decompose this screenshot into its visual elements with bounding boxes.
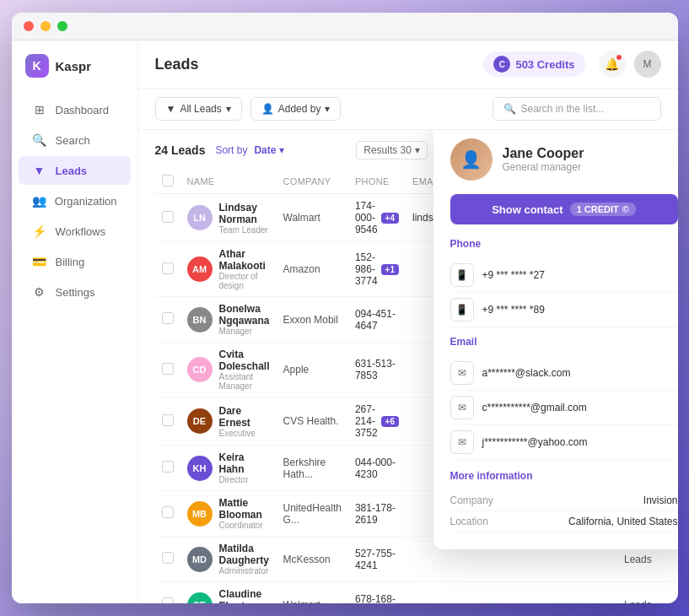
phone-number: 152-986-3774 <box>355 251 378 287</box>
email-section-title: Email <box>450 336 678 348</box>
logo-icon: K <box>25 54 49 78</box>
notification-dot <box>616 54 622 61</box>
phone-number: 267-214-3752 <box>355 403 378 439</box>
phone-number: 678-168-6894 <box>355 593 399 604</box>
name-cell: CD Cvita Doleschall Assistant Manager <box>180 343 277 397</box>
minimize-btn[interactable] <box>40 21 51 31</box>
phone-number: 631-513-7853 <box>355 358 399 381</box>
person-info: Mattie Blooman Coordinator <box>219 497 270 530</box>
sort-button[interactable]: Sort by Date ▾ <box>215 144 284 156</box>
company-cell: UnitedHealth G... <box>277 491 348 537</box>
email-item-1: ✉ a*******@slack.com <box>450 356 678 391</box>
email-item-2: ✉ c***********@gmail.com <box>450 391 678 425</box>
sidebar-item-search[interactable]: 🔍 Search <box>19 126 131 154</box>
table-row[interactable]: CE Claudine Ebert Controller Walmart. 67… <box>155 582 676 604</box>
phone-badge: 094-451-4647 <box>355 308 399 332</box>
sidebar-item-dashboard[interactable]: ⊞ Dashboard <box>19 95 131 124</box>
row-checkbox-cell <box>155 242 180 297</box>
company-cell: Exxon Mobil <box>277 297 348 343</box>
sidebar-item-settings[interactable]: ⚙ Settings <box>19 278 131 306</box>
sidebar-item-workflows-label: Workflows <box>56 225 106 238</box>
person-info: Bonelwa Ngqawana Manager <box>219 303 270 336</box>
row-checkbox[interactable] <box>162 262 174 274</box>
person-name: Lindsay Norman <box>219 202 270 225</box>
row-checkbox[interactable] <box>162 211 174 223</box>
billing-icon: 💳 <box>32 255 47 268</box>
row-checkbox-cell <box>155 297 180 343</box>
toolbar: ▼ All Leads ▾ 👤 Added by ▾ 🔍 Search in t… <box>138 89 678 130</box>
row-checkbox[interactable] <box>162 312 174 324</box>
row-checkbox[interactable] <box>162 597 174 603</box>
person-cell: LN Lindsay Norman Team Leader <box>187 202 270 235</box>
sidebar-item-leads[interactable]: ▼ Leads <box>19 156 131 185</box>
phone-value-1: +9 *** **** *27 <box>482 269 545 281</box>
company-cell: McKesson <box>277 537 348 582</box>
app-window: K Kaspr ⊞ Dashboard 🔍 Search ▼ Leads 👥 O… <box>12 13 678 603</box>
main-layout: K Kaspr ⊞ Dashboard 🔍 Search ▼ Leads 👥 O… <box>12 41 678 603</box>
person-role: Manager <box>219 327 270 336</box>
phone-badge: 527-755-4241 <box>355 548 399 571</box>
settings-icon: ⚙ <box>32 285 47 299</box>
person-cell: CD Cvita Doleschall Assistant Manager <box>187 349 270 391</box>
row-checkbox[interactable] <box>162 552 174 564</box>
email-value-3: j***********@yahoo.com <box>482 436 588 448</box>
location-label: Location <box>450 516 488 527</box>
close-btn[interactable] <box>24 21 34 31</box>
phone-extra-badge: +1 <box>381 264 399 275</box>
user-avatar[interactable]: M <box>634 51 661 78</box>
workflows-icon: ⚡ <box>32 224 47 238</box>
row-checkbox[interactable] <box>162 414 174 426</box>
select-all-checkbox[interactable] <box>162 175 174 186</box>
search-box[interactable]: 🔍 Search in the list... <box>493 97 661 121</box>
all-leads-filter[interactable]: ▼ All Leads ▾ <box>155 97 242 121</box>
name-cell: DE Dare Ernest Executive <box>180 397 277 446</box>
phone-number: 094-451-4647 <box>355 308 399 332</box>
maximize-btn[interactable] <box>57 21 67 31</box>
notification-button[interactable]: 🔔 <box>599 51 626 78</box>
logo: K Kaspr <box>12 54 137 95</box>
sidebar-item-workflows[interactable]: ⚡ Workflows <box>19 217 131 246</box>
person-avatar: CE <box>187 592 213 604</box>
person-info: Cvita Doleschall Assistant Manager <box>219 349 270 391</box>
phone-badge: 267-214-3752 +6 <box>355 403 399 439</box>
person-name: Keira Hahn <box>219 451 270 475</box>
person-avatar: BN <box>187 307 213 332</box>
table-container: 24 Leads Sort by Date ▾ Results 30 ▾ 1 o… <box>138 130 678 603</box>
person-name: Athar Malakooti <box>219 248 270 272</box>
added-by-filter[interactable]: 👤 Added by ▾ <box>250 97 342 121</box>
sidebar-item-organization[interactable]: 👥 Organization <box>19 186 131 215</box>
show-contact-button[interactable]: Show contact 1 CREDIT © <box>450 194 678 224</box>
results-button[interactable]: Results 30 ▾ <box>356 141 428 159</box>
content-area: Leads C 503 Credits 🔔 M ▼ All Leads <box>138 41 678 603</box>
phone-cell: 094-451-4647 <box>348 297 406 343</box>
sidebar-item-billing[interactable]: 💳 Billing <box>19 247 131 276</box>
row-checkbox[interactable] <box>162 461 174 473</box>
contact-popup: 👤 Jane Cooper General manager Show conta… <box>433 130 678 549</box>
sidebar-item-dashboard-label: Dashboard <box>56 104 110 116</box>
person-role: Executive <box>219 429 270 438</box>
leads-count: 24 Leads <box>155 143 206 157</box>
phone-column-header: PHONE <box>348 170 406 194</box>
company-column-header: COMPANY <box>277 170 348 194</box>
row-checkbox-cell <box>155 343 180 397</box>
phone-badge: 678-168-6894 <box>355 593 399 604</box>
dashboard-icon: ⊞ <box>32 103 47 116</box>
select-all-header[interactable] <box>155 170 180 194</box>
phone-badge: 631-513-7853 <box>355 358 399 381</box>
credits-badge[interactable]: C 503 Credits <box>483 51 584 77</box>
person-info: Lindsay Norman Team Leader <box>219 202 270 235</box>
added-by-label: Added by <box>278 103 321 115</box>
row-checkbox-cell <box>155 446 180 491</box>
page-title: Leads <box>155 56 471 73</box>
credit-cost-badge: 1 CREDIT © <box>570 203 636 216</box>
location-info-row: Location California, United States <box>450 511 678 532</box>
row-checkbox[interactable] <box>162 363 174 375</box>
phone-icon-1: 📱 <box>450 263 474 287</box>
person-cell: AM Athar Malakooti Director of design <box>187 248 270 290</box>
row-checkbox[interactable] <box>162 506 174 518</box>
name-cell: KH Keira Hahn Director <box>180 446 277 491</box>
company-cell: Amazon <box>277 242 348 297</box>
name-column-header: NAME <box>180 170 277 194</box>
phone-badge: 381-178-2619 <box>355 502 399 526</box>
person-role: Coordinator <box>219 521 270 530</box>
